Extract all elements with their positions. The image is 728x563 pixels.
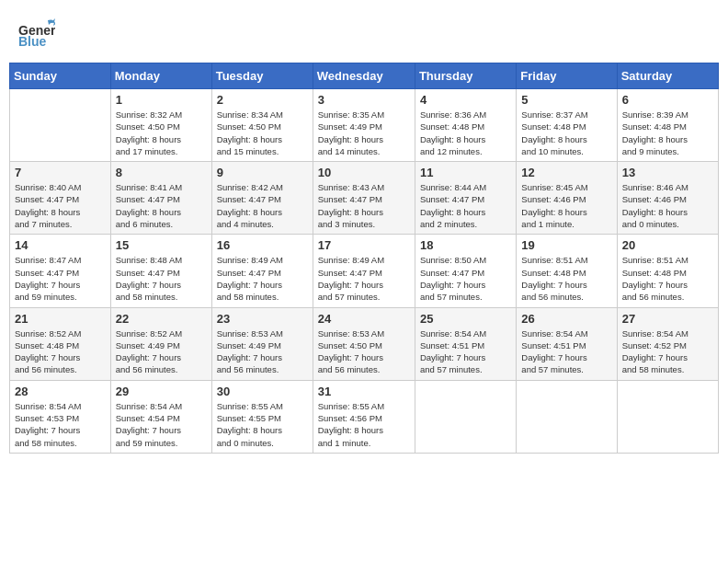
day-number: 16 (217, 238, 308, 252)
day-cell: 1Sunrise: 8:32 AM Sunset: 4:50 PM Daylig… (110, 89, 211, 162)
day-cell: 14Sunrise: 8:47 AM Sunset: 4:47 PM Dayli… (10, 235, 111, 307)
weekday-monday: Monday (110, 63, 211, 89)
calendar-table: SundayMondayTuesdayWednesdayThursdayFrid… (9, 63, 719, 454)
svg-text:Blue: Blue (18, 34, 47, 49)
day-cell: 6Sunrise: 8:39 AM Sunset: 4:48 PM Daylig… (617, 89, 718, 162)
weekday-wednesday: Wednesday (313, 63, 415, 89)
day-info: Sunrise: 8:42 AM Sunset: 4:47 PM Dayligh… (217, 181, 308, 230)
day-number: 13 (622, 166, 713, 179)
day-number: 26 (521, 312, 611, 326)
logo: General Blue (18, 18, 59, 51)
day-cell: 15Sunrise: 8:48 AM Sunset: 4:47 PM Dayli… (110, 235, 211, 307)
day-info: Sunrise: 8:49 AM Sunset: 4:47 PM Dayligh… (217, 254, 308, 303)
day-cell: 11Sunrise: 8:44 AM Sunset: 4:47 PM Dayli… (415, 162, 516, 235)
day-info: Sunrise: 8:54 AM Sunset: 4:52 PM Dayligh… (622, 327, 713, 376)
calendar-body: 1Sunrise: 8:32 AM Sunset: 4:50 PM Daylig… (10, 89, 719, 454)
day-number: 15 (116, 238, 207, 252)
day-info: Sunrise: 8:43 AM Sunset: 4:47 PM Dayligh… (318, 181, 410, 230)
weekday-thursday: Thursday (415, 63, 516, 89)
day-cell: 4Sunrise: 8:36 AM Sunset: 4:48 PM Daylig… (415, 89, 516, 162)
day-cell: 19Sunrise: 8:51 AM Sunset: 4:48 PM Dayli… (517, 235, 617, 307)
day-info: Sunrise: 8:54 AM Sunset: 4:51 PM Dayligh… (420, 327, 511, 376)
day-cell: 24Sunrise: 8:53 AM Sunset: 4:50 PM Dayli… (313, 307, 415, 380)
day-number: 12 (521, 166, 611, 179)
day-cell: 28Sunrise: 8:54 AM Sunset: 4:53 PM Dayli… (10, 380, 111, 453)
day-info: Sunrise: 8:55 AM Sunset: 4:56 PM Dayligh… (318, 400, 410, 449)
day-number: 17 (318, 238, 410, 252)
week-row-2: 7Sunrise: 8:40 AM Sunset: 4:47 PM Daylig… (10, 162, 719, 235)
day-info: Sunrise: 8:53 AM Sunset: 4:50 PM Dayligh… (318, 327, 410, 376)
day-info: Sunrise: 8:37 AM Sunset: 4:48 PM Dayligh… (521, 109, 611, 157)
day-info: Sunrise: 8:44 AM Sunset: 4:47 PM Dayligh… (420, 181, 511, 230)
day-info: Sunrise: 8:51 AM Sunset: 4:48 PM Dayligh… (622, 254, 713, 303)
day-cell: 3Sunrise: 8:35 AM Sunset: 4:49 PM Daylig… (313, 89, 415, 162)
day-cell (415, 380, 516, 453)
day-cell: 27Sunrise: 8:54 AM Sunset: 4:52 PM Dayli… (617, 307, 718, 380)
day-info: Sunrise: 8:54 AM Sunset: 4:51 PM Dayligh… (521, 327, 611, 376)
day-number: 21 (15, 312, 106, 326)
day-number: 3 (318, 93, 410, 107)
day-cell: 8Sunrise: 8:41 AM Sunset: 4:47 PM Daylig… (110, 162, 211, 235)
day-info: Sunrise: 8:39 AM Sunset: 4:48 PM Dayligh… (622, 109, 713, 157)
day-cell (10, 89, 111, 162)
day-number: 23 (217, 312, 308, 326)
day-info: Sunrise: 8:46 AM Sunset: 4:46 PM Dayligh… (622, 181, 713, 230)
day-cell: 7Sunrise: 8:40 AM Sunset: 4:47 PM Daylig… (10, 162, 111, 235)
day-cell: 30Sunrise: 8:55 AM Sunset: 4:55 PM Dayli… (211, 380, 313, 453)
day-cell (517, 380, 617, 453)
weekday-saturday: Saturday (617, 63, 718, 89)
day-info: Sunrise: 8:49 AM Sunset: 4:47 PM Dayligh… (318, 254, 410, 303)
day-number: 5 (521, 93, 611, 107)
weekday-sunday: Sunday (10, 63, 111, 89)
day-info: Sunrise: 8:54 AM Sunset: 4:53 PM Dayligh… (15, 400, 106, 449)
day-number: 2 (217, 93, 308, 107)
day-number: 20 (622, 238, 713, 252)
day-info: Sunrise: 8:45 AM Sunset: 4:46 PM Dayligh… (521, 181, 611, 230)
day-number: 31 (318, 385, 410, 398)
week-row-3: 14Sunrise: 8:47 AM Sunset: 4:47 PM Dayli… (10, 235, 719, 307)
day-info: Sunrise: 8:47 AM Sunset: 4:47 PM Dayligh… (15, 254, 106, 303)
day-info: Sunrise: 8:41 AM Sunset: 4:47 PM Dayligh… (116, 181, 207, 230)
day-number: 6 (622, 93, 713, 107)
day-info: Sunrise: 8:32 AM Sunset: 4:50 PM Dayligh… (116, 109, 207, 157)
day-info: Sunrise: 8:40 AM Sunset: 4:47 PM Dayligh… (15, 181, 106, 230)
day-cell: 22Sunrise: 8:52 AM Sunset: 4:49 PM Dayli… (110, 307, 211, 380)
day-cell: 5Sunrise: 8:37 AM Sunset: 4:48 PM Daylig… (517, 89, 617, 162)
day-info: Sunrise: 8:34 AM Sunset: 4:50 PM Dayligh… (217, 109, 308, 157)
day-cell: 29Sunrise: 8:54 AM Sunset: 4:54 PM Dayli… (110, 380, 211, 453)
day-cell: 23Sunrise: 8:53 AM Sunset: 4:49 PM Dayli… (211, 307, 313, 380)
day-cell: 26Sunrise: 8:54 AM Sunset: 4:51 PM Dayli… (517, 307, 617, 380)
day-info: Sunrise: 8:52 AM Sunset: 4:48 PM Dayligh… (15, 327, 106, 376)
week-row-1: 1Sunrise: 8:32 AM Sunset: 4:50 PM Daylig… (10, 89, 719, 162)
day-cell: 20Sunrise: 8:51 AM Sunset: 4:48 PM Dayli… (617, 235, 718, 307)
day-number: 30 (217, 385, 308, 398)
day-cell: 2Sunrise: 8:34 AM Sunset: 4:50 PM Daylig… (211, 89, 313, 162)
day-number: 25 (420, 312, 511, 326)
day-info: Sunrise: 8:54 AM Sunset: 4:54 PM Dayligh… (116, 400, 207, 449)
day-cell (617, 380, 718, 453)
day-info: Sunrise: 8:48 AM Sunset: 4:47 PM Dayligh… (116, 254, 207, 303)
weekday-header-row: SundayMondayTuesdayWednesdayThursdayFrid… (10, 63, 719, 89)
week-row-4: 21Sunrise: 8:52 AM Sunset: 4:48 PM Dayli… (10, 307, 719, 380)
day-number: 7 (15, 166, 106, 179)
day-number: 19 (521, 238, 611, 252)
day-number: 11 (420, 166, 511, 179)
day-number: 29 (116, 385, 207, 398)
weekday-friday: Friday (517, 63, 617, 89)
day-number: 27 (622, 312, 713, 326)
week-row-5: 28Sunrise: 8:54 AM Sunset: 4:53 PM Dayli… (10, 380, 719, 453)
day-number: 28 (15, 385, 106, 398)
day-info: Sunrise: 8:53 AM Sunset: 4:49 PM Dayligh… (217, 327, 308, 376)
day-info: Sunrise: 8:50 AM Sunset: 4:47 PM Dayligh… (420, 254, 511, 303)
day-info: Sunrise: 8:51 AM Sunset: 4:48 PM Dayligh… (521, 254, 611, 303)
day-number: 1 (116, 93, 207, 107)
day-cell: 9Sunrise: 8:42 AM Sunset: 4:47 PM Daylig… (211, 162, 313, 235)
day-number: 8 (116, 166, 207, 179)
day-cell: 10Sunrise: 8:43 AM Sunset: 4:47 PM Dayli… (313, 162, 415, 235)
day-info: Sunrise: 8:52 AM Sunset: 4:49 PM Dayligh… (116, 327, 207, 376)
day-cell: 18Sunrise: 8:50 AM Sunset: 4:47 PM Dayli… (415, 235, 516, 307)
day-number: 14 (15, 238, 106, 252)
day-cell: 25Sunrise: 8:54 AM Sunset: 4:51 PM Dayli… (415, 307, 516, 380)
day-cell: 21Sunrise: 8:52 AM Sunset: 4:48 PM Dayli… (10, 307, 111, 380)
day-info: Sunrise: 8:36 AM Sunset: 4:48 PM Dayligh… (420, 109, 511, 157)
